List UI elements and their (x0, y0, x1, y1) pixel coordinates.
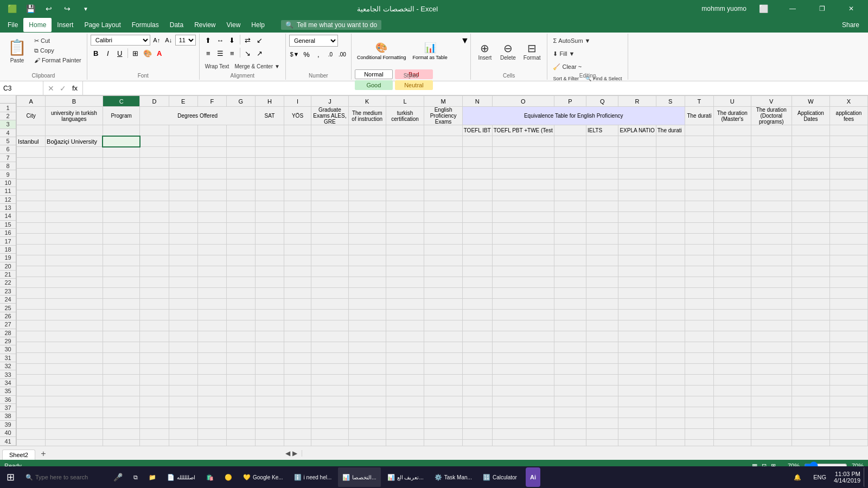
minimize-btn[interactable]: — (780, 0, 805, 17)
wrap-text-btn[interactable]: Wrap Text (203, 61, 232, 72)
format-as-table-btn[interactable]: 📊 Format as Table (410, 35, 449, 67)
taskbar-excel-2[interactable]: 📊 تعريف الع... (383, 467, 428, 487)
cell-T2[interactable] (685, 125, 713, 136)
redo-btn[interactable]: ↪ (60, 1, 75, 16)
cell-H1[interactable]: SAT (255, 107, 284, 125)
taskbar-calculator[interactable]: 🔢 Calculator (478, 467, 521, 487)
align-top-btn[interactable]: ⬆ (203, 35, 214, 46)
cell-S2[interactable]: The durati (656, 125, 685, 136)
cut-btn[interactable]: ✂ Cut (32, 36, 84, 46)
cell-L3[interactable] (386, 136, 424, 147)
cell-N2[interactable]: TOEFL IBT (462, 125, 492, 136)
fill-btn[interactable]: ⬇Fill▼ (551, 48, 577, 60)
cell-G3[interactable] (226, 136, 255, 147)
col-header-M[interactable]: M (424, 96, 462, 107)
cell-K1[interactable]: The medium of instruction (348, 107, 386, 125)
row-38[interactable]: 38 (0, 412, 16, 420)
cell-J2[interactable] (311, 125, 349, 136)
row-40[interactable]: 40 (0, 429, 16, 437)
show-desktop-btn[interactable] (864, 467, 866, 487)
indent-more-btn[interactable]: ↗ (254, 48, 265, 59)
align-center-btn[interactable]: ☰ (215, 48, 226, 59)
cell-D3[interactable] (140, 136, 169, 147)
tell-me-search[interactable]: 🔍 Tell me what you want to do (281, 20, 381, 30)
row-36[interactable]: 36 (0, 396, 16, 404)
col-header-B[interactable]: B (46, 96, 103, 107)
cell-Q3[interactable] (586, 136, 618, 147)
cell-V2[interactable] (751, 125, 792, 136)
notification-icon[interactable]: 🔔 (789, 467, 806, 487)
insert-function-btn[interactable]: fx (69, 83, 80, 94)
col-header-X[interactable]: X (830, 96, 868, 107)
col-header-U[interactable]: U (713, 96, 751, 107)
underline-btn[interactable]: U (114, 48, 125, 59)
decimal-increase-btn[interactable]: .0 (325, 49, 336, 60)
col-header-E[interactable]: E (169, 96, 197, 107)
cell-H2[interactable] (255, 125, 284, 136)
cell-F3[interactable] (197, 136, 226, 147)
cell-W2[interactable] (792, 125, 829, 136)
undo-btn[interactable]: ↩ (41, 1, 56, 16)
align-right-btn[interactable]: ≡ (227, 48, 238, 59)
cell-J1[interactable]: Graduate Exams ALES, GRE (311, 107, 349, 125)
menu-view[interactable]: View (221, 18, 246, 32)
row-9[interactable]: 9 (0, 170, 16, 178)
name-box[interactable]: C3 (0, 81, 43, 95)
align-bottom-btn[interactable]: ⬇ (227, 35, 238, 46)
cell-O3[interactable] (492, 136, 554, 147)
row-8[interactable]: 8 (0, 162, 16, 170)
cell-K2[interactable] (348, 125, 386, 136)
row-39[interactable]: 39 (0, 421, 16, 429)
styles-expand-btn[interactable]: ▼ (461, 36, 469, 46)
grid-scroll[interactable]: A B C D E F G H I J K L M N O (16, 95, 868, 446)
accounting-btn[interactable]: $▼ (289, 49, 300, 60)
h-scrollbar[interactable] (302, 450, 868, 457)
row-33[interactable]: 33 (0, 370, 16, 378)
ribbon-display-btn[interactable]: ⬜ (751, 0, 776, 17)
cell-V3[interactable] (751, 136, 792, 147)
cell-M2[interactable] (424, 125, 462, 136)
align-middle-btn[interactable]: ↔ (215, 35, 226, 46)
cell-D1[interactable]: Degrees Offered (140, 107, 255, 125)
row-6[interactable]: 6 (0, 145, 16, 153)
row-15[interactable]: 15 (0, 221, 16, 229)
cancel-formula-btn[interactable]: ✕ (46, 83, 56, 94)
taskbar-app-1[interactable]: 📄 اصلللللله (163, 467, 200, 487)
copy-btn[interactable]: ⧉ Copy (32, 46, 84, 55)
col-header-D[interactable]: D (140, 96, 169, 107)
row-11[interactable]: 11 (0, 187, 16, 195)
cell-R3[interactable] (618, 136, 656, 147)
comma-btn[interactable]: , (313, 49, 324, 60)
col-header-Q[interactable]: Q (586, 96, 618, 107)
row-13[interactable]: 13 (0, 204, 16, 212)
row-37[interactable]: 37 (0, 404, 16, 412)
cell-U3[interactable] (713, 136, 751, 147)
cell-W3[interactable] (792, 136, 829, 147)
cell-Q2[interactable]: IELTS (586, 125, 618, 136)
decimal-decrease-btn[interactable]: .00 (337, 49, 348, 60)
col-header-K[interactable]: K (348, 96, 386, 107)
col-header-R[interactable]: R (618, 96, 656, 107)
row-25[interactable]: 25 (0, 304, 16, 312)
menu-page-layout[interactable]: Page Layout (79, 18, 126, 32)
number-format-select[interactable]: General (289, 35, 338, 47)
cell-A1[interactable]: City (17, 107, 46, 125)
font-size-increase-btn[interactable]: A↑ (151, 35, 162, 46)
cell-M3[interactable] (424, 136, 462, 147)
taskbar-i-need-help[interactable]: ℹ️ i need hel... (290, 467, 336, 487)
conditional-formatting-btn[interactable]: 🎨 Conditional Formatting (355, 35, 409, 67)
row-28[interactable]: 28 (0, 329, 16, 337)
row-27[interactable]: 27 (0, 320, 16, 329)
confirm-formula-btn[interactable]: ✓ (58, 83, 68, 94)
font-size-select[interactable]: 11 (175, 35, 196, 46)
scroll-right-btn[interactable]: ▶ (292, 450, 297, 457)
col-header-L[interactable]: L (386, 96, 424, 107)
cell-P2[interactable] (554, 125, 586, 136)
row-1[interactable]: 1 (0, 104, 16, 112)
row-10[interactable]: 10 (0, 179, 16, 187)
menu-formulas[interactable]: Formulas (126, 18, 164, 32)
row-24[interactable]: 24 (0, 296, 16, 304)
cell-J3[interactable] (311, 136, 349, 147)
paste-btn[interactable]: 📋 Paste (3, 35, 31, 67)
cell-L1[interactable]: turkish certification (386, 107, 424, 125)
